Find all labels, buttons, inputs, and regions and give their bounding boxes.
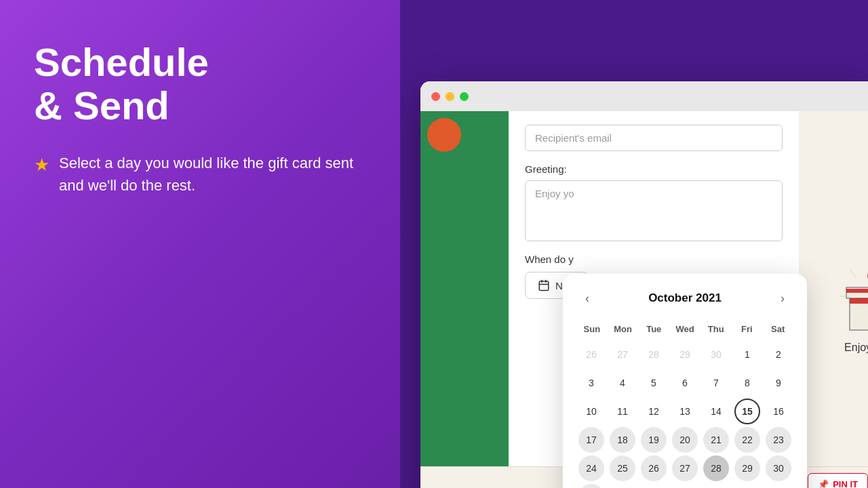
calendar-overlay: ‹ October 2021 › Sun Mon Tue Wed Thu Fri… — [563, 274, 807, 488]
calendar-day[interactable]: 27 — [610, 342, 635, 367]
calendar-day[interactable]: 18 — [610, 427, 635, 453]
calendar-title: October 2021 — [648, 291, 722, 305]
calendar-day[interactable]: 6 — [766, 484, 791, 488]
svg-rect-7 — [846, 289, 868, 293]
calendar-day[interactable]: 2 — [766, 342, 791, 367]
weekday-tue: Tue — [638, 321, 669, 337]
calendar-day[interactable]: 26 — [578, 342, 604, 367]
window-dot-red — [431, 92, 440, 101]
calendar-days: 2627282930123456789101112131415161718192… — [576, 341, 793, 488]
enjoy-text: Enjoy your gift! — [844, 342, 868, 354]
calendar-icon — [538, 279, 550, 291]
main-title: Schedule & Send — [34, 41, 366, 127]
star-icon: ★ — [34, 155, 50, 176]
window-dot-green — [460, 92, 469, 101]
browser-right-panel: Enjoy your gift! Powered by go — [799, 111, 868, 488]
window-dot-yellow — [446, 92, 454, 101]
calendar-day[interactable]: 7 — [703, 370, 729, 396]
calendar-day[interactable]: 29 — [734, 455, 760, 481]
calendar-day[interactable]: 13 — [672, 399, 698, 424]
calendar-day[interactable]: 9 — [766, 370, 791, 396]
calendar-day[interactable]: 2 — [641, 484, 667, 488]
calendar-day[interactable]: 20 — [672, 427, 698, 453]
calendar-day[interactable]: 17 — [578, 427, 604, 453]
calendar-day[interactable]: 30 — [703, 342, 729, 367]
pinterest-icon: 📌 — [818, 479, 829, 488]
calendar-prev-button[interactable]: ‹ — [576, 287, 598, 309]
calendar-day[interactable]: 5 — [641, 370, 667, 396]
calendar-day[interactable]: 14 — [703, 399, 729, 424]
calendar-weekdays: Sun Mon Tue Wed Thu Fri Sat — [576, 321, 793, 337]
browser-content: Recipient's email Greeting: Enjoy yo Whe… — [420, 111, 868, 488]
svg-rect-6 — [850, 298, 868, 304]
feature-item: ★ Select a day you would like the gift c… — [34, 152, 366, 197]
svg-line-13 — [850, 269, 856, 278]
calendar-day[interactable]: 27 — [672, 455, 698, 481]
weekday-sat: Sat — [762, 321, 793, 337]
calendar-day[interactable]: 19 — [641, 427, 667, 453]
calendar-day[interactable]: 29 — [672, 342, 698, 367]
calendar-grid: Sun Mon Tue Wed Thu Fri Sat 262728293012… — [576, 321, 793, 488]
email-input[interactable]: Recipient's email — [525, 125, 783, 151]
calendar-day[interactable]: 6 — [672, 370, 698, 396]
weekday-wed: Wed — [669, 321, 701, 337]
calendar-day[interactable]: 3 — [672, 484, 698, 488]
calendar-day[interactable]: 26 — [641, 455, 667, 481]
calendar-day[interactable]: 12 — [641, 399, 667, 424]
browser-titlebar — [420, 81, 868, 111]
calendar-day[interactable]: 21 — [703, 427, 729, 453]
left-panel: Schedule & Send ★ Select a day you would… — [0, 0, 400, 488]
calendar-day[interactable]: 10 — [578, 399, 604, 424]
calendar-day[interactable]: 23 — [766, 427, 791, 453]
title-line2: & Send — [34, 83, 170, 127]
weekday-thu: Thu — [701, 321, 732, 337]
greeting-label: Greeting: — [525, 163, 783, 175]
calendar-day[interactable]: 5 — [734, 484, 760, 488]
calendar-day[interactable]: 1 — [734, 342, 760, 367]
calendar-day[interactable]: 30 — [766, 455, 791, 481]
weekday-fri: Fri — [732, 321, 763, 337]
pin-button[interactable]: 📌 PIN IT — [808, 473, 868, 488]
title-line1: Schedule — [34, 40, 209, 84]
calendar-day[interactable]: 8 — [734, 370, 760, 396]
calendar-day[interactable]: 15 — [734, 399, 760, 424]
calendar-header: ‹ October 2021 › — [576, 287, 793, 309]
calendar-next-button[interactable]: › — [772, 287, 793, 309]
calendar-day[interactable]: 28 — [641, 342, 667, 367]
calendar-day[interactable]: 16 — [766, 399, 791, 424]
feature-text: Select a day you would like the gift car… — [59, 152, 366, 197]
calendar-day[interactable]: 31 — [578, 484, 604, 488]
greeting-input[interactable]: Enjoy yo — [525, 180, 783, 241]
calendar-day[interactable]: 3 — [578, 370, 604, 396]
calendar-day[interactable]: 22 — [734, 427, 760, 453]
calendar-day[interactable]: 1 — [610, 484, 635, 488]
calendar-day[interactable]: 28 — [703, 455, 729, 481]
calendar-day[interactable]: 4 — [610, 370, 635, 396]
calendar-day[interactable]: 11 — [610, 399, 635, 424]
calendar-day[interactable]: 24 — [578, 455, 604, 481]
right-panel: Recipient's email Greeting: Enjoy yo Whe… — [400, 0, 868, 488]
browser-main: Recipient's email Greeting: Enjoy yo Whe… — [509, 111, 799, 488]
calendar-day[interactable]: 4 — [703, 484, 729, 488]
browser-window: Recipient's email Greeting: Enjoy yo Whe… — [420, 81, 868, 488]
gift-box-illustration — [840, 259, 868, 333]
weekday-sun: Sun — [576, 321, 608, 337]
calendar-day[interactable]: 25 — [610, 455, 635, 481]
browser-left-strip — [420, 111, 509, 488]
weekday-mon: Mon — [608, 321, 639, 337]
avatar — [427, 118, 461, 152]
gift-box-container: Enjoy your gift! — [840, 259, 868, 354]
when-label: When do y — [525, 253, 783, 265]
svg-rect-0 — [539, 281, 549, 291]
